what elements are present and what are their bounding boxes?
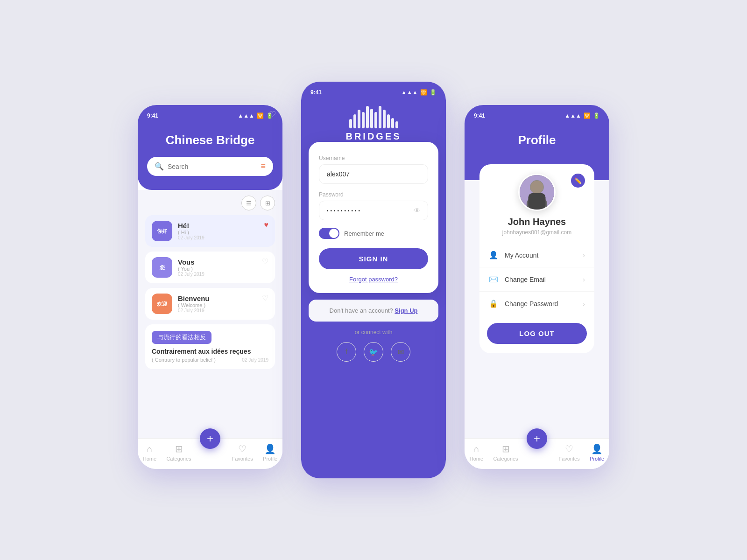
logout-button[interactable]: LOG OUT bbox=[487, 323, 587, 344]
list-item[interactable]: 与流行的看法相反 Contrairement aux idées reçues … bbox=[145, 324, 275, 369]
change-password-item[interactable]: 🔒 Change Password › bbox=[479, 292, 594, 315]
wifi-icon-2: 🛜 bbox=[420, 89, 427, 96]
bar-12 bbox=[395, 121, 398, 128]
password-arrow-icon: › bbox=[583, 300, 585, 308]
nav-categories-3[interactable]: ⊞ Categories bbox=[493, 443, 518, 462]
remember-row: Remember me bbox=[319, 228, 428, 239]
password-field[interactable]: •••••••••• 👁 bbox=[319, 201, 428, 220]
time-2: 9:41 bbox=[310, 89, 322, 96]
avatar-image bbox=[520, 175, 554, 210]
lesson-info-2: Bienvenu ( Welcome ) 02 July 2019 bbox=[178, 294, 268, 313]
status-icons-3: ▲▲▲ 🛜 🔋 bbox=[564, 112, 600, 119]
nav-favorites-1[interactable]: ♡ Favorites bbox=[232, 443, 253, 462]
toggle-knob bbox=[329, 229, 338, 238]
lesson-title-1: Vous bbox=[178, 258, 268, 266]
nav-categories-1[interactable]: ⊞ Categories bbox=[166, 443, 191, 462]
avatar-wrap: ✏️ bbox=[479, 164, 594, 211]
eye-icon[interactable]: 👁 bbox=[414, 207, 420, 214]
favorites-icon-1: ♡ bbox=[238, 443, 247, 455]
change-email-item[interactable]: ✉️ Change Email › bbox=[479, 267, 594, 292]
account-arrow-icon: › bbox=[583, 252, 585, 259]
email-button[interactable]: ✉ bbox=[391, 342, 410, 362]
menu-list: 👤 My Account › ✉️ Change Email › 🔒 Chang… bbox=[479, 243, 594, 315]
bar-9 bbox=[383, 110, 386, 128]
profile-icon-3: 👤 bbox=[591, 443, 603, 455]
my-account-item[interactable]: 👤 My Account › bbox=[479, 243, 594, 267]
sign-in-button[interactable]: SIGN IN bbox=[319, 248, 428, 269]
bar-8 bbox=[379, 106, 381, 128]
filter-icon[interactable]: ≡ bbox=[261, 161, 266, 171]
facebook-icon: f bbox=[345, 348, 347, 356]
nav-favorites-3[interactable]: ♡ Favorites bbox=[558, 443, 579, 462]
nav-profile-label-1: Profile bbox=[263, 456, 277, 462]
bar-2 bbox=[353, 114, 356, 128]
nav-profile-3[interactable]: 👤 Profile bbox=[590, 443, 604, 462]
lesson-date-2: 02 July 2019 bbox=[178, 308, 268, 313]
categories-icon-1: ⊞ bbox=[175, 443, 183, 455]
nav-home-label-3: Home bbox=[470, 456, 483, 462]
svg-point-3 bbox=[530, 181, 543, 194]
nav-profile-1[interactable]: 👤 Profile bbox=[263, 443, 277, 462]
forgot-password-link[interactable]: Forgot password? bbox=[319, 276, 428, 283]
svg-rect-4 bbox=[529, 193, 546, 210]
account-label: My Account bbox=[505, 252, 583, 259]
heart-icon-2[interactable]: ♡ bbox=[262, 294, 268, 302]
fab-add-button[interactable]: + bbox=[200, 428, 220, 449]
change-password-label: Change Password bbox=[505, 300, 583, 308]
twitter-icon: 🐦 bbox=[369, 348, 378, 357]
signup-text: Don't have an account? bbox=[330, 307, 393, 314]
bottom-nav-1: + ⌂ Home ⊞ Categories ♡ Favorites 👤 Prof… bbox=[138, 438, 282, 469]
phone1-body: ☰ ⊞ 你好 Hé! ( Hi ) 02 July 2019 ♥ 您 Vous … bbox=[138, 190, 282, 438]
bridges-logo: BRIDGES bbox=[301, 105, 446, 142]
grid-view-btn[interactable]: ⊞ bbox=[260, 196, 275, 210]
list-item[interactable]: 欢迎 Bienvenu ( Welcome ) 02 July 2019 ♡ bbox=[145, 288, 275, 320]
favorites-icon-3: ♡ bbox=[565, 443, 573, 455]
lesson-full-title: Contrairement aux idées reçues bbox=[152, 348, 268, 355]
twitter-button[interactable]: 🐦 bbox=[364, 342, 383, 362]
username-field[interactable]: alex007 bbox=[319, 164, 428, 184]
wifi-icon-3: 🛜 bbox=[584, 112, 591, 119]
status-bar-1: 9:41 ▲▲▲ 🛜 🔋 bbox=[147, 112, 273, 119]
lesson-badge-0: 你好 bbox=[152, 221, 172, 241]
lesson-info-0: Hé! ( Hi ) 02 July 2019 bbox=[178, 222, 268, 240]
signup-link[interactable]: Sign Up bbox=[395, 307, 417, 314]
status-bar-3: 9:41 ▲▲▲ 🛜 🔋 bbox=[474, 112, 600, 119]
profile-icon-1: 👤 bbox=[264, 443, 276, 455]
bottom-nav-3: + ⌂ Home ⊞ Categories ♡ Favorites 👤 Prof… bbox=[465, 438, 609, 469]
lesson-sub-0: ( Hi ) bbox=[178, 230, 268, 235]
search-bar[interactable]: 🔍 ≡ bbox=[147, 157, 273, 176]
signal-icon-3: ▲▲▲ bbox=[564, 112, 581, 119]
nav-home-3[interactable]: ⌂ Home bbox=[470, 444, 483, 462]
bar-7 bbox=[374, 112, 377, 128]
heart-icon-3[interactable]: ♡ bbox=[269, 110, 276, 119]
lesson-title-2: Bienvenu bbox=[178, 294, 268, 302]
search-input[interactable] bbox=[168, 163, 261, 170]
heart-icon-0[interactable]: ♥ bbox=[264, 221, 269, 229]
bridges-bars bbox=[349, 105, 398, 128]
categories-icon-3: ⊞ bbox=[502, 443, 510, 455]
username-label: Username bbox=[319, 155, 428, 161]
list-item[interactable]: 您 Vous ( You ) 02 July 2019 ♡ bbox=[145, 252, 275, 283]
bar-10 bbox=[387, 114, 390, 128]
battery-icon-3: 🔋 bbox=[593, 112, 600, 119]
username-value: alex007 bbox=[327, 170, 350, 178]
facebook-button[interactable]: f bbox=[337, 342, 356, 362]
heart-icon-1[interactable]: ♡ bbox=[262, 257, 268, 266]
list-item[interactable]: 你好 Hé! ( Hi ) 02 July 2019 ♥ bbox=[145, 215, 275, 247]
connect-label: or connect with bbox=[309, 329, 438, 336]
bar-11 bbox=[391, 118, 394, 128]
list-view-btn[interactable]: ☰ bbox=[241, 196, 256, 210]
remember-toggle[interactable] bbox=[319, 228, 339, 239]
change-email-label: Change Email bbox=[505, 276, 583, 283]
account-icon: 👤 bbox=[489, 251, 498, 259]
nav-home-1[interactable]: ⌂ Home bbox=[143, 444, 156, 462]
app-name: BRIDGES bbox=[345, 131, 401, 142]
lesson-date-0: 02 July 2019 bbox=[178, 235, 268, 240]
lesson-sub-1: ( You ) bbox=[178, 266, 268, 272]
edit-avatar-button[interactable]: ✏️ bbox=[571, 174, 585, 188]
home-icon-1: ⌂ bbox=[147, 444, 152, 455]
status-icons-2: ▲▲▲ 🛜 🔋 bbox=[401, 89, 437, 96]
lesson-badge-1: 您 bbox=[152, 257, 172, 278]
lesson-title-0: Hé! bbox=[178, 222, 268, 230]
fab-add-button-3[interactable]: + bbox=[527, 428, 547, 449]
